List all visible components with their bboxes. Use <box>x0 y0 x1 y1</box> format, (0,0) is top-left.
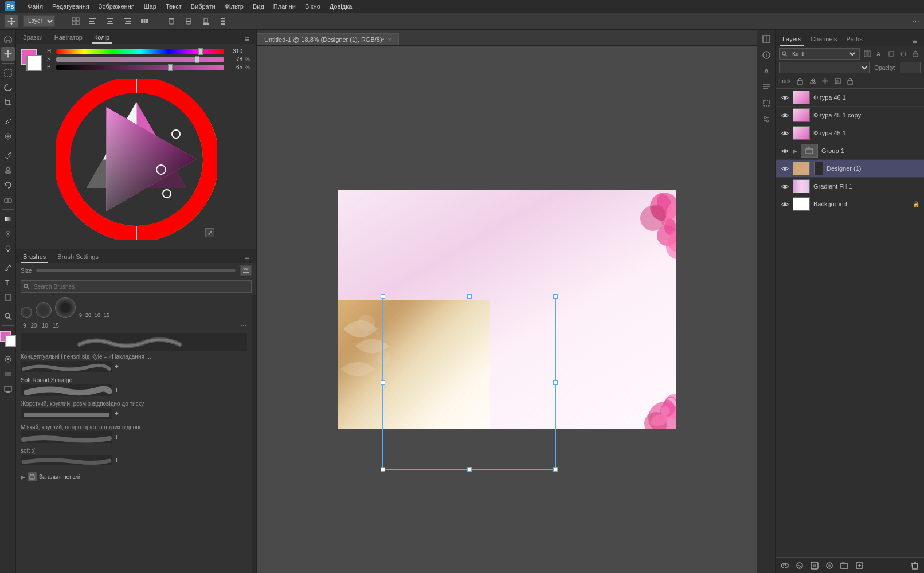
brush-item-soft3[interactable]: soft :( + <box>21 448 247 465</box>
layer-vis-designer[interactable] <box>780 164 789 173</box>
handle-ml[interactable] <box>381 380 385 385</box>
gradient-tool[interactable] <box>1 212 15 226</box>
add-layer-btn[interactable] <box>853 560 865 571</box>
history-tool[interactable] <box>1 178 15 192</box>
layer-vis-shape45copy[interactable] <box>780 111 789 120</box>
menu-window[interactable]: Вікно <box>305 3 320 10</box>
handle-bm[interactable] <box>467 467 472 472</box>
layer-item-shape46[interactable]: Фігура 46 1 <box>776 89 924 107</box>
menu-filter[interactable]: Фільтр <box>225 3 244 10</box>
side-icon-1[interactable] <box>759 32 773 46</box>
layer-item-shape45copy[interactable]: Фігура 45 1 copy <box>776 107 924 124</box>
tab-brushes[interactable]: Brushes <box>21 252 48 263</box>
layer-vis-gradient[interactable] <box>780 182 789 191</box>
menu-help[interactable]: Довідка <box>330 3 353 10</box>
h-slider-thumb[interactable] <box>198 48 203 55</box>
filter-pixel-icon[interactable] <box>862 49 872 59</box>
quick-mask-btn[interactable] <box>1 367 15 381</box>
pen-tool[interactable] <box>1 261 15 274</box>
shape-tool[interactable] <box>1 291 15 304</box>
layer-item-shape45[interactable]: Фігура 45 1 <box>776 124 924 142</box>
layer-vis-group1[interactable] <box>780 146 789 155</box>
brush-search-input[interactable] <box>32 281 249 292</box>
lock-image-btn[interactable] <box>808 76 818 86</box>
menu-image[interactable]: Зображення <box>99 3 135 10</box>
layer-item-gradient[interactable]: Gradient Fill 1 <box>776 178 924 195</box>
side-icon-info[interactable]: i <box>759 48 773 62</box>
filter-lock-icon[interactable] <box>910 49 921 59</box>
lasso-tool[interactable] <box>1 81 15 95</box>
align-bottom-icon[interactable] <box>199 15 212 28</box>
brush-size-slider[interactable] <box>36 269 236 272</box>
align-right-icon[interactable] <box>121 15 134 28</box>
side-icon-paragraph[interactable] <box>759 80 773 94</box>
s-slider-thumb[interactable] <box>195 56 199 63</box>
side-icon-text[interactable]: A <box>759 64 773 78</box>
move-tool-btn[interactable] <box>5 15 18 28</box>
filter-smart-icon[interactable] <box>898 49 909 59</box>
brush-preset-3[interactable] <box>55 297 76 318</box>
brush-item-kyle[interactable]: Концептуальні і пензлі від Kyle – «Накла… <box>21 354 247 372</box>
brush-preset-2[interactable] <box>36 302 52 318</box>
canvas-tab-1[interactable]: Untitled-1 @ 18,8% (Designer (1), RGB/8)… <box>257 33 399 45</box>
brush-preset-6[interactable]: 10 <box>95 312 100 318</box>
tab-brush-settings[interactable]: Brush Settings <box>55 252 101 263</box>
handle-br[interactable] <box>553 467 558 472</box>
brush-preset-7[interactable]: 15 <box>104 312 109 318</box>
expand-btn[interactable]: ⤢ <box>205 228 214 237</box>
align-left-icon[interactable] <box>87 15 99 28</box>
add-fx-btn[interactable]: fx <box>794 560 805 571</box>
color-mode-btn[interactable] <box>1 352 15 366</box>
more-options-btn[interactable]: ··· <box>912 16 919 26</box>
brush-tool[interactable] <box>1 148 15 162</box>
b-slider-thumb[interactable] <box>168 64 173 71</box>
opacity-input[interactable] <box>900 62 921 73</box>
move-tool[interactable] <box>1 47 15 61</box>
brush-group[interactable]: ▶ Загальні пензлі <box>21 470 247 484</box>
handle-tl[interactable] <box>381 294 385 299</box>
brush-panel-menu[interactable]: ≡ <box>242 254 252 263</box>
delete-layer-btn[interactable] <box>909 560 921 571</box>
layer-vis-shape45[interactable] <box>780 128 789 138</box>
lock-all-btn[interactable] <box>845 76 856 86</box>
zoom-tool[interactable] <box>1 309 15 323</box>
b-slider-track[interactable] <box>56 65 224 70</box>
color-wheel-wrapper[interactable]: ⤢ <box>56 79 217 240</box>
handle-bl[interactable] <box>381 467 385 472</box>
layer-item-group1[interactable]: ▶ Group 1 <box>776 142 924 160</box>
bg-swatch[interactable] <box>26 55 42 71</box>
link-layers-btn[interactable] <box>779 560 790 571</box>
canvas-tab-close[interactable]: × <box>388 37 391 43</box>
align-center-icon[interactable] <box>104 15 116 28</box>
menu-edit[interactable]: Редагування <box>52 3 89 10</box>
add-group-btn[interactable] <box>839 560 850 571</box>
menu-plugins[interactable]: Плагіни <box>273 3 296 10</box>
eraser-tool[interactable] <box>1 193 15 207</box>
healing-tool[interactable] <box>1 129 15 143</box>
tab-channels[interactable]: Channels <box>808 33 839 46</box>
h-slider-track[interactable] <box>56 49 224 54</box>
side-icon-properties[interactable] <box>759 112 773 126</box>
add-brush-btn-2[interactable]: + <box>115 386 119 394</box>
blend-mode-select[interactable]: Normal <box>779 62 870 73</box>
menu-text[interactable]: Текст <box>166 3 182 10</box>
selection-tool[interactable] <box>1 66 15 80</box>
layer-vis-background[interactable] <box>780 199 789 209</box>
brush-edit-btn[interactable] <box>240 265 252 276</box>
menu-layer[interactable]: Шар <box>144 3 156 10</box>
tab-paths[interactable]: Paths <box>844 33 865 46</box>
lock-position-btn[interactable] <box>820 76 831 86</box>
home-tool[interactable] <box>1 32 15 46</box>
layer-select[interactable]: Layer <box>23 15 55 27</box>
s-slider-track[interactable] <box>56 57 224 62</box>
side-icon-transform[interactable] <box>759 96 773 110</box>
align-vcenter-icon[interactable] <box>182 15 195 28</box>
text-tool[interactable]: T <box>1 276 15 289</box>
align-top-icon[interactable] <box>165 15 178 28</box>
add-mask-btn[interactable] <box>809 560 820 571</box>
tab-navigator[interactable]: Навігатор <box>52 32 85 44</box>
distribute-icon[interactable] <box>138 15 151 28</box>
menu-file[interactable]: Файл <box>28 3 43 10</box>
color-panel-menu[interactable]: ≡ <box>242 34 252 44</box>
filter-type-icon[interactable]: A <box>874 49 884 59</box>
